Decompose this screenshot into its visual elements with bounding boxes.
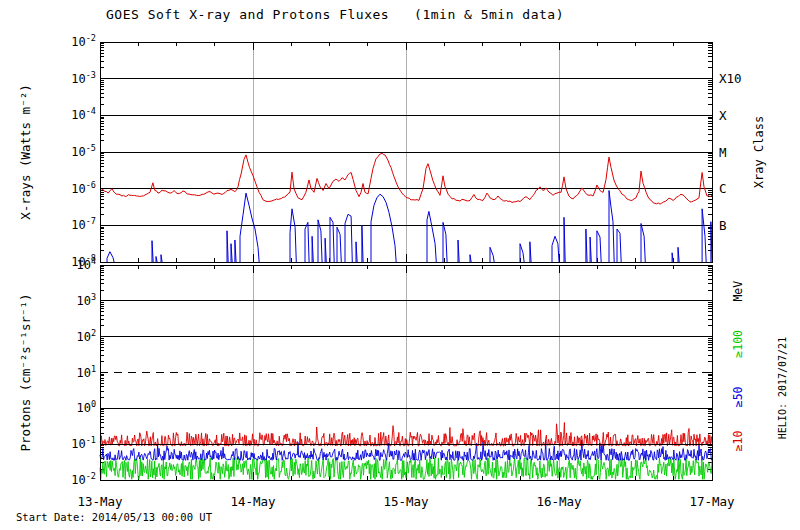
y-tick-label: 10-5 [71, 143, 96, 159]
mev-axis-label: MeV [731, 281, 745, 302]
plot-area: 10-210-310-410-510-610-710-8X10XMCBXray … [0, 0, 800, 530]
x-tick-label: 14-May [230, 494, 276, 509]
y-tick-label: 103 [76, 292, 96, 308]
y-tick-label: 102 [76, 328, 96, 344]
y-tick-label: 10-4 [71, 106, 96, 122]
y-tick-labels: 10-210-310-410-510-610-710-8 [71, 33, 96, 269]
xray-short-05-4A-trace [107, 191, 712, 263]
y-tick-labels: 10410310210110010-110-2 [71, 256, 96, 487]
proton-flux-panel: 10410310210110010-110-2MeV≥100≥50≥10Prot… [18, 256, 745, 487]
y-tick-label: 10-2 [71, 471, 96, 487]
xray-class-label: M [719, 145, 727, 160]
ge50-label: ≥50 [731, 386, 745, 407]
y-tick-label: 101 [76, 364, 96, 380]
y-tick-label: 10-2 [71, 33, 96, 49]
proton-flux-ylabel: Protons (cm⁻²s⁻¹sr⁻¹) [18, 293, 33, 451]
x-tick-label: 16-May [536, 494, 582, 509]
xray-class-axis-label: Xray Class [752, 116, 766, 188]
xray-class-label: B [719, 218, 727, 233]
x-tick-label: 13-May [77, 494, 123, 509]
ge100-label: ≥100 [731, 330, 745, 358]
credit-label: HELIO: 2017/07/21 [777, 337, 788, 439]
x-axis-labels: 13-May14-May15-May16-May17-May [77, 494, 735, 509]
xray-class-label: C [719, 181, 727, 196]
y-tick-label: 10-1 [71, 435, 96, 451]
goes-flux-screen: GOES Soft X-ray and Protons Fluxes (1min… [0, 0, 800, 530]
y-tick-label: 10-3 [71, 70, 96, 86]
y-tick-label: 100 [76, 399, 96, 415]
xray-class-label: X [719, 108, 727, 123]
xray-class-label: X10 [719, 71, 742, 86]
y-tick-label: 10-7 [71, 216, 96, 232]
start-date-label: Start Date: 2014/05/13 00:00 UT [16, 511, 212, 523]
xray-flux-panel: 10-210-310-410-510-610-710-8X10XMCBXray … [18, 33, 766, 269]
xray-flux-ylabel: X-rays (Watts m⁻²) [18, 84, 33, 219]
y-tick-label: 104 [76, 256, 96, 272]
x-tick-label: 15-May [383, 494, 429, 509]
x-tick-label: 17-May [689, 494, 735, 509]
ge10-label: ≥10 [731, 430, 745, 451]
y-tick-label: 10-6 [71, 180, 96, 196]
